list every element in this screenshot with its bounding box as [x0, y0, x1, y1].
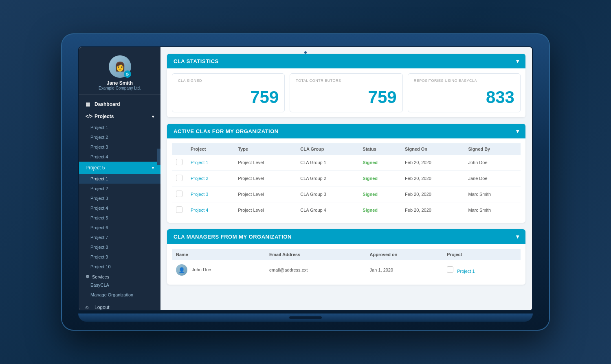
sidebar-item-easycla[interactable]: EasyCLA	[79, 280, 160, 290]
cla-managers-col-email: Email Address	[265, 249, 366, 260]
sidebar-subitem2-project7[interactable]: Project 7	[79, 232, 160, 242]
user-name: Jane Smith	[107, 80, 133, 86]
row-project: Project 4	[187, 202, 234, 218]
cla-signed-label: CLA SIGNED	[178, 79, 279, 83]
cla-signed-stat: CLA SIGNED 759	[172, 73, 285, 112]
cla-managers-col-approved-on: Approved on	[366, 249, 443, 260]
row-checkbox[interactable]	[176, 159, 182, 165]
logout-icon: ⎋	[86, 305, 91, 310]
status-badge: Signed	[363, 176, 378, 181]
sidebar-subitem-project4[interactable]: Project 4 «	[79, 152, 160, 162]
sidebar-item-projects[interactable]: </> Projects ▾	[79, 110, 160, 123]
row-checkbox[interactable]	[176, 206, 182, 213]
row-checkbox[interactable]	[176, 191, 182, 197]
sidebar-subitem2-project8[interactable]: Project 8	[79, 242, 160, 252]
sidebar-subitem2-project5[interactable]: Project 5	[79, 213, 160, 223]
sidebar-subitem2-project2[interactable]: Project 2	[79, 184, 160, 193]
table-row: 👤 John Doe email@address.ext Jan 1, 2020…	[172, 260, 521, 280]
laptop-base-notch	[289, 316, 322, 319]
sidebar: 👩 ⚙ Jane Smith Example Company Ltd. ▦ Da…	[79, 47, 160, 310]
active-clas-table: Project Type CLA Group Status Signed On …	[172, 143, 521, 218]
active-clas-col-signed-on: Signed On	[401, 143, 464, 155]
active-clas-title: ACTIVE CLAs FOR MY ORGANIZATION	[174, 128, 279, 134]
projects-arrow: ▾	[152, 114, 154, 119]
manager-approved-on: Jan 1, 2020	[366, 260, 443, 280]
status-badge: Signed	[363, 192, 378, 197]
collapse-button[interactable]: «	[157, 149, 160, 165]
row-checkbox[interactable]	[176, 175, 182, 181]
main-content: CLA STATISTICS ▾ CLA SIGNED 759 TOTAL CO…	[160, 47, 532, 310]
row-signed-by: Marc Smith	[464, 186, 521, 202]
manager-project-checkbox[interactable]	[447, 266, 453, 273]
services-icon: ⚙	[86, 274, 90, 279]
sidebar-subitem2-project1[interactable]: Project 1	[79, 174, 160, 184]
row-checkbox-cell	[172, 202, 187, 218]
row-signed-on: Feb 20, 2020	[401, 202, 464, 218]
project-link[interactable]: Project 3	[191, 192, 208, 197]
manager-email: email@address.ext	[265, 260, 366, 280]
projects-label: Projects	[95, 114, 114, 119]
sidebar-subitem-project3[interactable]: Project 3	[79, 142, 160, 152]
row-cla-group: CLA Group 2	[296, 171, 358, 186]
cla-statistics-header: CLA STATISTICS ▾	[167, 54, 525, 68]
table-row: Project 3 Project Level CLA Group 3 Sign…	[172, 186, 521, 202]
manager-avatar: 👤	[176, 264, 187, 276]
manage-org-label: Manage Organization	[90, 292, 133, 297]
row-type: Project Level	[234, 202, 296, 218]
total-contributors-value: 759	[296, 88, 396, 107]
active-clas-col-checkbox	[172, 143, 187, 155]
avatar-emoji: 👩	[114, 61, 125, 72]
project-link[interactable]: Project 2	[191, 176, 208, 181]
sidebar-item-services: ⚙ Services	[79, 272, 160, 280]
services-label-text: Services	[92, 274, 109, 279]
row-signed-on: Feb 20, 2020	[401, 155, 464, 171]
sidebar-item-logout[interactable]: ⎋ Logout	[79, 301, 160, 310]
sidebar-nav: ▦ Dashboard </> Projects ▾ Project 1 Pro…	[79, 95, 160, 310]
avatar-container: 👩 ⚙	[109, 55, 131, 78]
row-type: Project Level	[234, 171, 296, 186]
row-signed-by: John Doe	[464, 155, 521, 171]
row-status: Signed	[358, 171, 401, 186]
sidebar-subitem2-project4[interactable]: Project 4	[79, 203, 160, 213]
cla-managers-chevron[interactable]: ▾	[516, 233, 519, 240]
active-clas-col-project: Project	[187, 143, 234, 155]
sidebar-subitem2-project10[interactable]: Project 10	[79, 262, 160, 272]
sidebar-item-project5[interactable]: Project 5 ▾	[79, 162, 160, 174]
sidebar-item-dashboard[interactable]: ▦ Dashboard	[79, 98, 160, 110]
row-type: Project Level	[234, 186, 296, 202]
sidebar-subitem-project2[interactable]: Project 2	[79, 132, 160, 142]
row-cla-group: CLA Group 1	[296, 155, 358, 171]
cla-managers-table: Name Email Address Approved on Project 👤…	[172, 249, 521, 280]
sidebar-subitem2-project9[interactable]: Project 9	[79, 252, 160, 262]
dashboard-icon: ▦	[86, 101, 91, 107]
gear-icon: ⚙	[124, 70, 131, 78]
status-badge: Signed	[363, 208, 378, 213]
table-row: Project 1 Project Level CLA Group 1 Sign…	[172, 155, 521, 171]
cla-managers-card: CLA MANAGERS FROM MY ORGANIZATION ▾ Name…	[167, 229, 525, 285]
repositories-stat: REPOSITORIES USING EASYCLA 833	[408, 73, 521, 112]
row-signed-on: Feb 20, 2020	[401, 171, 464, 186]
project-link[interactable]: Project 1	[191, 160, 208, 165]
status-badge: Signed	[363, 160, 378, 165]
active-clas-col-signed-by: Signed By	[464, 143, 521, 155]
project-link[interactable]: Project 4	[191, 208, 208, 213]
manager-project-link[interactable]: Project 1	[457, 269, 475, 274]
cla-managers-col-name: Name	[172, 249, 265, 260]
sidebar-subitem2-project6[interactable]: Project 6	[79, 223, 160, 232]
user-company: Example Company Ltd.	[99, 86, 141, 90]
cla-statistics-title: CLA STATISTICS	[174, 58, 219, 64]
active-clas-table-container: Project Type CLA Group Status Signed On …	[167, 138, 525, 223]
row-checkbox-cell	[172, 186, 187, 202]
active-clas-chevron[interactable]: ▾	[516, 128, 519, 134]
sidebar-item-manage-org[interactable]: Manage Organization	[79, 290, 160, 300]
cla-managers-col-project: Project	[443, 249, 521, 260]
manager-name: John Doe	[192, 267, 211, 272]
sidebar-subitem2-project3[interactable]: Project 3	[79, 193, 160, 203]
cla-managers-header-row: Name Email Address Approved on Project	[172, 249, 521, 260]
sidebar-subitem-project1[interactable]: Project 1	[79, 123, 160, 132]
cla-signed-value: 759	[178, 88, 279, 107]
cla-statistics-chevron[interactable]: ▾	[516, 58, 519, 64]
total-contributors-label: TOTAL CONTRIBUTORS	[296, 79, 396, 83]
row-status: Signed	[358, 155, 401, 171]
row-cla-group: CLA Group 3	[296, 186, 358, 202]
